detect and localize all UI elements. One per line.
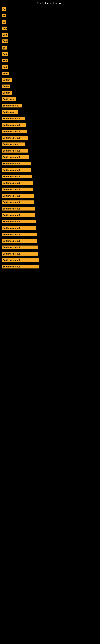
list-item: Bottl [0, 38, 100, 44]
item-label: Bottlen [1, 78, 12, 82]
list-item: Bott [0, 25, 100, 32]
item-label: Bott [1, 59, 8, 62]
item-label: Bo [1, 7, 6, 11]
item-label: Bottleneck result [1, 265, 39, 268]
list-item: Bottleneck result [0, 167, 100, 173]
item-label: Bottle [1, 84, 10, 88]
list-item: Bottleneck result [0, 218, 100, 224]
list-item: Bottleneck result [0, 232, 100, 238]
item-label: Bottleneck resu [1, 104, 22, 108]
item-label: Bottleneck result [1, 188, 33, 191]
list-item: Bott [0, 51, 100, 57]
list-item: Bott [0, 58, 100, 64]
item-label: Bottleneck r [1, 110, 18, 114]
item-label: Bottleneck result [1, 220, 36, 224]
list-item: Bottleneck result [0, 244, 100, 250]
list-item: Bottleneck result [0, 116, 100, 122]
item-label: Bottleneck result [1, 123, 26, 127]
list-item: Bottleneck result [0, 225, 100, 231]
list-item: Bottleneck resu [0, 103, 100, 109]
item-label: Bottleneck result [1, 213, 35, 217]
list-item: Bottleneck result [0, 148, 100, 154]
item-label: Bottleneck result [1, 226, 36, 230]
list-item: Bottleneck result [0, 199, 100, 205]
item-label: Bottleneck result [1, 246, 38, 249]
list-item: Bottleneck result [0, 212, 100, 218]
item-label: Bottleneck resu [1, 142, 25, 146]
list-item: Bottleneck result [0, 193, 100, 199]
list-item: Bottleneck result [0, 128, 100, 134]
items-list: BoBoBoBottBottBottlBotBottBottBottBottlB… [0, 6, 100, 270]
list-item: Bo [0, 12, 100, 18]
list-item: Bottleneck r [0, 109, 100, 115]
item-label: Bott [1, 52, 8, 56]
item-label: Bottleneck result [1, 239, 37, 243]
list-item: Bottleneck result [0, 122, 100, 128]
list-item: Bottleneck resu [0, 141, 100, 147]
list-item: Bottleneck result [0, 154, 100, 160]
item-label: Bottl [1, 72, 9, 75]
site-title: TheBottlenecker.com [0, 0, 100, 6]
item-label: Bottleneck result [1, 181, 33, 185]
list-item: Bottleneck result [0, 264, 100, 270]
list-item: Bottleneck result [0, 174, 100, 180]
list-item: Bottl [0, 70, 100, 76]
list-item: Bottleneck result [0, 160, 100, 167]
item-label: Bottleneck result [1, 168, 31, 172]
item-label: Bottleneck result [1, 117, 25, 120]
item-label: Bottleneck result [1, 175, 32, 178]
item-label: Bottl [1, 40, 8, 43]
item-label: Bo [1, 20, 6, 24]
item-label: Bottleneck [1, 98, 16, 101]
item-label: Bottleneck result [1, 155, 29, 159]
item-label: Bot [1, 46, 7, 50]
list-item: Bott [0, 64, 100, 70]
list-item: Bo [0, 19, 100, 25]
list-item: Bo [0, 6, 100, 12]
list-item: Bottleneck result [0, 257, 100, 263]
item-label: Bott [1, 65, 8, 69]
item-label: Bottleneck result [1, 252, 38, 256]
list-item: Bottlen [0, 77, 100, 83]
list-item: Bott [0, 32, 100, 38]
list-item: Bottleneck result [0, 238, 100, 244]
item-label: Bott [1, 26, 7, 30]
item-label: Bottleneck result [1, 194, 34, 198]
item-label: Bott [1, 33, 8, 37]
item-label: Bo [1, 14, 6, 17]
list-item: Bottleneck result [0, 135, 100, 141]
list-item: Bottle [0, 83, 100, 89]
list-item: Bot [0, 45, 100, 51]
item-label: Bottleneck result [1, 258, 39, 262]
item-label: Bottleneck result [1, 130, 27, 133]
list-item: Bottleneck result [0, 251, 100, 257]
item-label: Bottleneck result [1, 200, 34, 204]
site-title-wrapper: TheBottlenecker.com [0, 0, 100, 6]
list-item: Bottleneck [0, 96, 100, 102]
item-label: Bottlen [1, 91, 12, 94]
list-item: Bottleneck result [0, 186, 100, 192]
list-item: Bottleneck result [0, 180, 100, 186]
item-label: Bottleneck result [1, 149, 28, 152]
item-label: Bottleneck result [1, 233, 37, 236]
item-label: Bottleneck result [1, 207, 35, 210]
item-label: Bottleneck result [1, 136, 28, 140]
list-item: Bottlen [0, 90, 100, 96]
item-label: Bottleneck result [1, 162, 31, 166]
list-item: Bottleneck result [0, 206, 100, 212]
